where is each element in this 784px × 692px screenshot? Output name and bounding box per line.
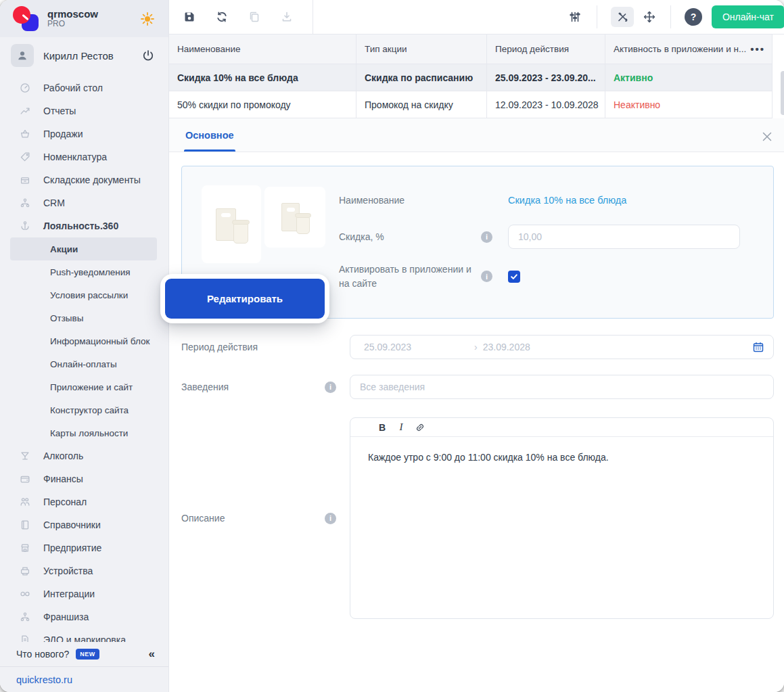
toolbar-separator bbox=[313, 0, 313, 34]
italic-button[interactable]: I bbox=[395, 421, 407, 433]
sidebar-item-warehouse[interactable]: Складские документы bbox=[0, 168, 168, 191]
promotions-table: Наименование Тип акции Период действия А… bbox=[169, 34, 773, 118]
sidebar-item-loyalty[interactable]: Лояльность.360 bbox=[0, 214, 168, 237]
collapse-sidebar-icon[interactable]: « bbox=[149, 647, 155, 661]
edit-button[interactable]: Редактировать bbox=[165, 279, 325, 319]
logout-power-icon[interactable] bbox=[141, 49, 155, 62]
sidebar-item-online-payments[interactable]: Онлайн-оплаты bbox=[0, 352, 168, 375]
sidebar-item-directories[interactable]: Справочники bbox=[0, 513, 168, 536]
printer-icon bbox=[19, 565, 31, 577]
quickresto-link[interactable]: quickresto.ru bbox=[0, 666, 168, 692]
status-badge: Активно bbox=[614, 72, 653, 83]
link-button[interactable] bbox=[414, 421, 426, 434]
table-row[interactable]: 50% скидки по промокоду Промокод на скид… bbox=[169, 91, 772, 118]
info-icon[interactable]: i bbox=[481, 271, 492, 282]
org-tree-icon bbox=[19, 611, 31, 623]
sidebar-item-reports[interactable]: Отчеты bbox=[0, 99, 168, 122]
table-row[interactable]: Скидка 10% на все блюда Скидка по распис… bbox=[169, 64, 772, 91]
plan-badge: PRO bbox=[47, 20, 98, 29]
infinity-icon bbox=[19, 588, 31, 600]
tag-icon bbox=[19, 151, 31, 163]
info-icon[interactable]: i bbox=[325, 382, 336, 393]
sidebar-item-crm[interactable]: CRM bbox=[0, 191, 168, 214]
table-menu-icon[interactable]: ••• bbox=[746, 43, 765, 55]
workspace-name: qrmoscow bbox=[47, 8, 98, 20]
activate-checkbox[interactable] bbox=[508, 271, 520, 283]
online-chat-button[interactable]: Онлайн-чат bbox=[712, 5, 784, 28]
theme-sun-icon[interactable] bbox=[140, 11, 155, 26]
quickresto-logo-icon bbox=[11, 5, 41, 33]
sidebar-item-integrations[interactable]: Интеграции bbox=[0, 582, 168, 605]
sidebar-item-mailing[interactable]: Условия рассылки bbox=[0, 283, 168, 306]
sidebar-item-site-builder[interactable]: Конструктор сайта bbox=[0, 398, 168, 421]
tools-button[interactable] bbox=[611, 7, 634, 27]
save-icon[interactable] bbox=[183, 10, 196, 24]
sidebar-item-devices[interactable]: Устройства bbox=[0, 559, 168, 582]
close-icon[interactable] bbox=[760, 130, 774, 143]
book-icon bbox=[19, 519, 31, 531]
col-type[interactable]: Тип акции bbox=[356, 34, 487, 64]
sidebar-footer: Что нового? NEW « quickresto.ru bbox=[0, 642, 168, 692]
discount-input[interactable] bbox=[508, 225, 740, 249]
period-input[interactable]: 25.09.2023 › 23.09.2028 bbox=[350, 335, 774, 359]
people-icon bbox=[19, 496, 31, 508]
promo-image[interactable] bbox=[202, 185, 261, 263]
sidebar-item-franchise[interactable]: Франшиза bbox=[0, 605, 168, 628]
sidebar-item-desktop[interactable]: Рабочий стол bbox=[0, 76, 168, 99]
user-avatar[interactable] bbox=[11, 44, 34, 67]
sidebar-item-promotions[interactable]: Акции bbox=[10, 237, 157, 260]
promo-name-link[interactable]: Скидка 10% на все блюда bbox=[508, 195, 626, 206]
description-label: Описание bbox=[181, 511, 325, 525]
tab-main[interactable]: Основное bbox=[184, 130, 235, 152]
sidebar-item-edo[interactable]: ЭДО и маркировка bbox=[0, 628, 168, 642]
col-name[interactable]: Наименование bbox=[169, 34, 356, 64]
sidebar-item-nomenclature[interactable]: Номенклатура bbox=[0, 145, 168, 168]
sidebar-item-staff[interactable]: Персонал bbox=[0, 490, 168, 513]
storefront-icon bbox=[19, 542, 31, 554]
move-button[interactable] bbox=[638, 7, 661, 27]
info-icon[interactable]: i bbox=[481, 231, 492, 243]
whats-new-row[interactable]: Что нового? NEW « bbox=[0, 642, 168, 666]
info-icon[interactable]: i bbox=[325, 513, 336, 524]
sidebar-item-push[interactable]: Push-уведомления bbox=[0, 260, 168, 283]
document-icon bbox=[19, 634, 31, 642]
download-icon[interactable] bbox=[280, 10, 294, 24]
hierarchy-icon bbox=[19, 197, 31, 209]
copy-icon[interactable] bbox=[248, 10, 261, 24]
sidebar-item-reviews[interactable]: Отзывы bbox=[0, 306, 168, 329]
table-scrollbar[interactable] bbox=[781, 71, 784, 115]
sidebar-item-loyalty-cards[interactable]: Карты лояльности bbox=[0, 421, 168, 444]
help-button[interactable]: ? bbox=[685, 8, 702, 26]
chevron-right-icon: › bbox=[474, 342, 478, 352]
app-window: qrmoscow PRO Кирилл Рестов bbox=[0, 0, 784, 692]
main-area: ? Онлайн-чат Наименование Тип акции Пери… bbox=[169, 0, 784, 692]
top-toolbar: ? Онлайн-чат bbox=[169, 0, 784, 34]
sidebar-nav: Рабочий стол Отчеты Продажи Номенклатура… bbox=[0, 71, 168, 642]
sidebar-item-app-site[interactable]: Приложение и сайт bbox=[0, 375, 168, 398]
bold-button[interactable]: B bbox=[376, 422, 388, 433]
period-label: Период действия bbox=[181, 340, 325, 354]
description-editor: B I Каждое утро с 9:00 до 11:00 скидка 1… bbox=[350, 417, 774, 619]
venues-input[interactable] bbox=[350, 375, 774, 399]
toolbar-separator bbox=[670, 5, 671, 28]
filter-sliders-icon[interactable] bbox=[568, 10, 582, 24]
sidebar-item-sales[interactable]: Продажи bbox=[0, 122, 168, 145]
table-header: Наименование Тип акции Период действия А… bbox=[169, 34, 772, 64]
sidebar-item-alcohol[interactable]: Алкоголь bbox=[0, 444, 168, 467]
sidebar-item-enterprise[interactable]: Предприятие bbox=[0, 536, 168, 559]
desktop-icon bbox=[19, 82, 31, 94]
tools-icon bbox=[616, 10, 629, 24]
sidebar: qrmoscow PRO Кирилл Рестов bbox=[0, 0, 169, 692]
sidebar-item-finance[interactable]: Финансы bbox=[0, 467, 168, 490]
col-activity[interactable]: Активность в приложении и н... ••• bbox=[605, 34, 772, 64]
user-row: Кирилл Рестов bbox=[0, 40, 168, 71]
user-name: Кирилл Рестов bbox=[43, 50, 114, 62]
col-period[interactable]: Период действия bbox=[487, 34, 605, 64]
edit-popover: Редактировать bbox=[160, 274, 329, 323]
calendar-icon[interactable] bbox=[752, 340, 765, 354]
refresh-icon[interactable] bbox=[215, 10, 229, 24]
status-badge: Неактивно bbox=[614, 99, 660, 110]
description-text[interactable]: Каждое утро с 9:00 до 11:00 скидка 10% н… bbox=[350, 437, 773, 618]
promo-image[interactable] bbox=[264, 187, 325, 248]
sidebar-item-infoblock[interactable]: Информационный блок bbox=[0, 329, 168, 352]
